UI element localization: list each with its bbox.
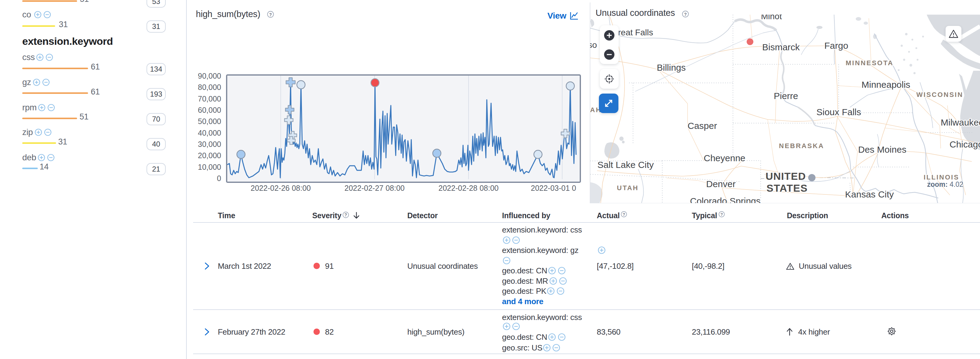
svg-text:Des Moines: Des Moines xyxy=(858,144,906,155)
svg-text:STATES: STATES xyxy=(767,182,808,194)
svg-text:?: ? xyxy=(721,212,723,217)
svg-text:MINNESOTA: MINNESOTA xyxy=(846,59,894,67)
svg-text:WISCONSIN: WISCONSIN xyxy=(916,91,963,99)
svg-text:?: ? xyxy=(345,213,347,217)
svg-text:Billings: Billings xyxy=(657,62,686,73)
svg-text:ILLINOIS: ILLINOIS xyxy=(924,173,959,181)
svg-text:UNITED: UNITED xyxy=(765,170,806,182)
svg-text:Minot: Minot xyxy=(761,14,782,21)
svg-text:Colorado Springs: Colorado Springs xyxy=(690,196,760,203)
svg-text:Minneapolis: Minneapolis xyxy=(862,80,910,89)
svg-text:Casper: Casper xyxy=(687,121,717,131)
svg-text:Sioux Falls: Sioux Falls xyxy=(816,107,861,117)
svg-text:zoom: 4.02: zoom: 4.02 xyxy=(927,180,963,188)
svg-text:?: ? xyxy=(623,212,625,217)
svg-text:Salt Lake City: Salt Lake City xyxy=(597,160,654,170)
svg-text:UTAH: UTAH xyxy=(617,184,638,192)
svg-text:Kansas City: Kansas City xyxy=(845,189,894,199)
svg-text:?: ? xyxy=(269,12,272,17)
svg-text:NEBRASKA: NEBRASKA xyxy=(779,142,824,150)
svg-text:so: so xyxy=(590,40,597,49)
svg-text:Cheyenne: Cheyenne xyxy=(704,153,745,163)
svg-text:Fargo: Fargo xyxy=(824,40,848,51)
svg-text:Bismarck: Bismarck xyxy=(762,42,800,52)
svg-text:Milwaukee: Milwaukee xyxy=(941,117,980,128)
svg-text:Denver: Denver xyxy=(706,179,736,189)
svg-text:Pierre: Pierre xyxy=(774,91,798,101)
svg-text:Chicago: Chicago xyxy=(950,139,980,149)
